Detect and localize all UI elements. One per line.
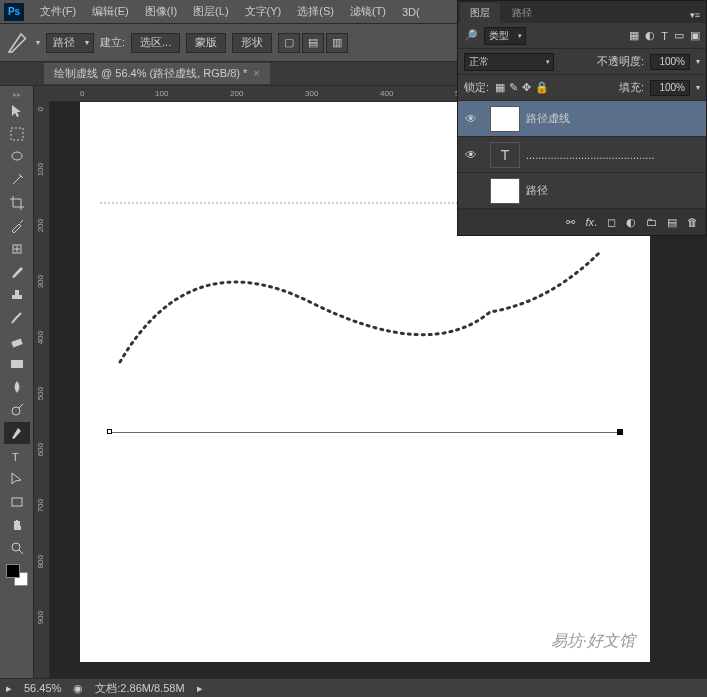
layer-fx-icon[interactable]: fx. [585, 216, 597, 228]
ruler-tick: 300 [305, 89, 318, 98]
svg-point-5 [12, 407, 20, 415]
lock-position-icon[interactable]: ✥ [522, 81, 531, 94]
layer-item[interactable]: 👁T......................................… [458, 137, 706, 173]
adjustment-layer-icon[interactable]: ◐ [626, 216, 636, 229]
move-tool[interactable] [4, 100, 30, 122]
zoom-tool[interactable] [4, 537, 30, 559]
status-view-icon[interactable]: ◉ [73, 682, 83, 695]
fill-label: 填充: [619, 80, 644, 95]
blur-tool[interactable] [4, 376, 30, 398]
menu-filter[interactable]: 滤镜(T) [342, 1, 394, 22]
path-select-tool[interactable] [4, 468, 30, 490]
path-arrange-icon[interactable]: ▥ [326, 33, 348, 53]
doc-size[interactable]: 文档:2.86M/8.58M [95, 681, 184, 696]
layers-tab[interactable]: 图层 [460, 3, 500, 23]
rectangle-tool[interactable] [4, 491, 30, 513]
type-tool[interactable]: T [4, 445, 30, 467]
menu-3d[interactable]: 3D( [394, 3, 428, 21]
chevron-down-icon[interactable]: ▾ [36, 38, 40, 47]
lasso-tool[interactable] [4, 146, 30, 168]
make-label: 建立: [100, 35, 125, 50]
color-swatch[interactable] [6, 564, 28, 586]
layer-thumbnail [490, 178, 520, 204]
lock-all-icon[interactable]: 🔒 [535, 81, 549, 94]
layer-name: 路径 [526, 183, 548, 198]
path-align-icon[interactable]: ▤ [302, 33, 324, 53]
ruler-tick: 400 [36, 331, 45, 344]
filter-shape-icon[interactable]: ▭ [674, 29, 684, 42]
brush-tool[interactable] [4, 261, 30, 283]
blend-mode-dropdown[interactable]: 正常 [464, 53, 554, 71]
fill-input[interactable]: 100% [650, 80, 690, 96]
gradient-tool[interactable] [4, 353, 30, 375]
layer-group-icon[interactable]: 🗀 [646, 216, 657, 228]
layer-thumbnail [490, 106, 520, 132]
filter-adjust-icon[interactable]: ◐ [645, 29, 655, 42]
straight-path[interactable] [110, 432, 620, 433]
link-layers-icon[interactable]: ⚯ [566, 216, 575, 229]
close-tab-icon[interactable]: × [253, 67, 259, 79]
paths-tab[interactable]: 路径 [502, 3, 542, 23]
app-logo: Ps [4, 3, 24, 21]
stamp-tool[interactable] [4, 284, 30, 306]
panel-menu-icon[interactable]: ▾≡ [684, 7, 706, 23]
layer-mask-icon[interactable]: ◻ [607, 216, 616, 229]
menu-edit[interactable]: 编辑(E) [84, 1, 137, 22]
fill-flyout-icon[interactable]: ▾ [696, 83, 700, 92]
status-expand-icon[interactable]: ▸ [6, 682, 12, 695]
menu-file[interactable]: 文件(F) [32, 1, 84, 22]
layer-list: 👁路径虚线👁T.................................… [458, 101, 706, 209]
healing-tool[interactable] [4, 238, 30, 260]
pen-tool[interactable] [4, 422, 30, 444]
filter-pixel-icon[interactable]: ▦ [629, 29, 639, 42]
marquee-tool[interactable] [4, 123, 30, 145]
make-mask-button[interactable]: 蒙版 [186, 33, 226, 53]
menu-type[interactable]: 文字(Y) [237, 1, 290, 22]
make-shape-button[interactable]: 形状 [232, 33, 272, 53]
lock-pixels-icon[interactable]: ✎ [509, 81, 518, 94]
layer-name: ........................................… [526, 149, 654, 161]
opacity-input[interactable]: 100% [650, 54, 690, 70]
status-arrow-icon[interactable]: ▸ [197, 682, 203, 695]
wand-tool[interactable] [4, 169, 30, 191]
ruler-tick: 700 [36, 499, 45, 512]
tools-panel: ▸▸ T [0, 86, 34, 678]
eyedropper-tool[interactable] [4, 215, 30, 237]
path-combine-icon[interactable]: ▢ [278, 33, 300, 53]
svg-point-8 [12, 543, 20, 551]
ruler-tick: 300 [36, 275, 45, 288]
ruler-tick: 200 [230, 89, 243, 98]
visibility-toggle[interactable]: 👁 [458, 112, 484, 126]
new-layer-icon[interactable]: ▤ [667, 216, 677, 229]
filter-type-icon[interactable]: T [661, 30, 668, 42]
lock-transparency-icon[interactable]: ▦ [495, 81, 505, 94]
make-selection-button[interactable]: 选区... [131, 33, 180, 53]
path-anchor-end[interactable] [617, 429, 623, 435]
opacity-label: 不透明度: [597, 54, 644, 69]
pen-tool-icon [6, 31, 30, 55]
crop-tool[interactable] [4, 192, 30, 214]
eraser-tool[interactable] [4, 330, 30, 352]
visibility-toggle[interactable]: 👁 [458, 148, 484, 162]
delete-layer-icon[interactable]: 🗑 [687, 216, 698, 228]
filter-kind-dropdown[interactable]: 类型 [484, 27, 526, 45]
menu-layer[interactable]: 图层(L) [185, 1, 236, 22]
hand-tool[interactable] [4, 514, 30, 536]
menu-image[interactable]: 图像(I) [137, 1, 185, 22]
zoom-level[interactable]: 56.45% [24, 682, 61, 694]
opacity-flyout-icon[interactable]: ▾ [696, 57, 700, 66]
layers-panel: 图层 路径 ▾≡ 🔎 类型 ▦ ◐ T ▭ ▣ 正常 不透明度: 100% ▾ … [457, 0, 707, 236]
ruler-tick: 0 [80, 89, 84, 98]
document-tab[interactable]: 绘制虚线 @ 56.4% (路径虚线, RGB/8) *× [44, 63, 270, 84]
ruler-vertical[interactable]: 0100200300400500600700800900 [34, 102, 50, 678]
ruler-corner [34, 86, 50, 102]
path-anchor-start[interactable] [107, 429, 112, 434]
layer-item[interactable]: 👁路径虚线 [458, 101, 706, 137]
ruler-tick: 800 [36, 555, 45, 568]
filter-smart-icon[interactable]: ▣ [690, 29, 700, 42]
tool-mode-dropdown[interactable]: 路径 [46, 33, 94, 53]
menu-select[interactable]: 选择(S) [289, 1, 342, 22]
dodge-tool[interactable] [4, 399, 30, 421]
history-brush-tool[interactable] [4, 307, 30, 329]
layer-item[interactable]: 路径 [458, 173, 706, 209]
